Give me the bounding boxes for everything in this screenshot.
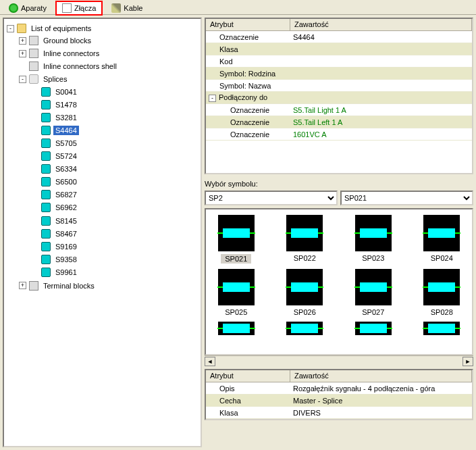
property-row[interactable]: KlasaDIVERS bbox=[206, 407, 472, 419]
tree-item-label[interactable]: Splices bbox=[41, 74, 69, 84]
tree-item-label[interactable]: List of equipments bbox=[29, 24, 93, 33]
tree-toggle[interactable]: + bbox=[19, 37, 26, 45]
thumb-caption: SP024 bbox=[431, 254, 453, 262]
symbol-family-select[interactable]: SP2 bbox=[205, 191, 338, 205]
symbol-thumbnail[interactable] bbox=[280, 322, 330, 335]
symbol-thumbnail[interactable] bbox=[348, 322, 398, 335]
prop-key: Kod bbox=[219, 57, 233, 66]
tree-item-label[interactable]: S3281 bbox=[53, 113, 79, 122]
tree-item-label[interactable]: S6500 bbox=[53, 177, 79, 186]
thumb-caption: SP023 bbox=[362, 254, 384, 262]
tree-toggle[interactable]: - bbox=[19, 76, 26, 83]
scroll-left-button[interactable]: ◄ bbox=[205, 357, 215, 366]
tree-item-label[interactable]: Terminal blocks bbox=[41, 281, 97, 291]
tab-label: Kable bbox=[124, 4, 142, 12]
tree-item-label[interactable]: Ground blocks bbox=[41, 36, 93, 45]
tree-item-label[interactable]: S5724 bbox=[53, 151, 79, 161]
prop-value: Rozgałęźnik sygnału - 4 podłączenia - gó… bbox=[290, 384, 472, 393]
equipment-tree[interactable]: -List of equipments+Ground blocks+Inline… bbox=[3, 18, 202, 447]
thumb-caption: SP026 bbox=[294, 308, 316, 316]
symbol-thumbnail[interactable]: SP025 bbox=[211, 269, 261, 316]
symbol-thumbnail[interactable] bbox=[417, 322, 467, 335]
symbol-thumbnail[interactable]: SP023 bbox=[348, 215, 398, 264]
property-row[interactable]: OznaczenieS4464 bbox=[206, 31, 472, 43]
property-row[interactable]: CechaMaster - Splice bbox=[206, 395, 472, 407]
symbol-thumbnail[interactable]: SP026 bbox=[280, 269, 330, 316]
prop-key: Opis bbox=[219, 384, 235, 393]
tree-item-label[interactable]: S6827 bbox=[53, 190, 79, 199]
property-row[interactable]: Symbol: Nazwa bbox=[206, 80, 472, 92]
icon-block-icon bbox=[29, 281, 38, 291]
scroll-track[interactable] bbox=[215, 357, 462, 366]
symbol-thumbnail[interactable]: SP022 bbox=[280, 215, 330, 264]
thumb-caption: SP022 bbox=[294, 254, 316, 262]
symbol-thumbnails[interactable]: SP021SP022SP023SP024SP025SP026SP027SP028 bbox=[205, 208, 473, 355]
symbol-thumbnail[interactable]: SP027 bbox=[348, 269, 398, 316]
tree-item-label[interactable]: S6962 bbox=[53, 203, 79, 212]
tab-zlacza[interactable]: Złącza bbox=[55, 1, 103, 16]
expand-toggle[interactable]: - bbox=[209, 95, 216, 102]
property-row[interactable]: OznaczenieS5.Tail Left 1 A bbox=[206, 116, 472, 128]
tree-toggle[interactable]: + bbox=[19, 282, 26, 289]
prop-value: DIVERS bbox=[290, 409, 472, 417]
icon-splice-icon bbox=[41, 100, 51, 109]
col-attribute: Atrybut bbox=[206, 370, 290, 382]
tree-item-label[interactable]: Inline connectors shell bbox=[41, 61, 119, 71]
tab-kable[interactable]: Kable bbox=[105, 1, 149, 15]
icon-splice-icon bbox=[41, 242, 51, 251]
prop-key: Symbol: Nazwa bbox=[219, 82, 271, 90]
prop-key: Podłączony do bbox=[219, 93, 267, 101]
tab-label: Złącza bbox=[74, 4, 96, 12]
property-row[interactable]: OpisRozgałęźnik sygnału - 4 podłączenia … bbox=[206, 382, 472, 395]
icon-splice-icon bbox=[41, 229, 51, 239]
icon-splice-icon bbox=[41, 190, 51, 199]
tree-item-label[interactable]: S4464 bbox=[53, 126, 79, 135]
icon-group-icon bbox=[29, 74, 38, 84]
col-content: Zawartość bbox=[290, 19, 472, 30]
prop-key: Oznaczenie bbox=[230, 118, 269, 126]
thumb-caption: SP025 bbox=[225, 308, 247, 316]
horizontal-scrollbar[interactable]: ◄ ► bbox=[205, 355, 473, 366]
property-row[interactable]: Kod bbox=[206, 55, 472, 68]
property-row[interactable]: -Podłączony do bbox=[206, 92, 472, 104]
tab-aparaty[interactable]: Aparaty bbox=[3, 1, 53, 15]
property-row[interactable]: Klasa bbox=[206, 43, 472, 55]
tree-item-label[interactable]: Inline connectors bbox=[41, 49, 101, 58]
tree-item-label[interactable]: S1478 bbox=[53, 100, 79, 109]
tree-item-label[interactable]: S8467 bbox=[53, 229, 79, 239]
symbol-chooser-label: Wybór symbolu: bbox=[205, 180, 473, 188]
icon-splice-icon bbox=[41, 255, 51, 264]
prop-value: S5.Tail Light 1 A bbox=[290, 106, 472, 114]
symbol-thumbnail[interactable]: SP021 bbox=[211, 215, 261, 264]
cable-icon bbox=[111, 3, 121, 13]
icon-splice-icon bbox=[41, 113, 51, 122]
tree-item-label[interactable]: S0041 bbox=[53, 87, 79, 97]
tree-item-label[interactable]: S9358 bbox=[53, 255, 79, 264]
symbol-name-select[interactable]: SP021 bbox=[340, 191, 473, 205]
property-row[interactable]: Oznaczenie1601VC A bbox=[206, 128, 472, 141]
icon-splice-icon bbox=[41, 216, 51, 226]
scroll-right-button[interactable]: ► bbox=[462, 357, 473, 366]
prop-key: Klasa bbox=[219, 45, 238, 53]
tree-item-label[interactable]: S9169 bbox=[53, 242, 79, 251]
icon-splice-icon bbox=[41, 126, 51, 135]
tree-item-label[interactable]: S8145 bbox=[53, 216, 79, 226]
tree-item-label[interactable]: S5705 bbox=[53, 139, 79, 148]
icon-splice-icon bbox=[41, 151, 51, 161]
symbol-thumbnail[interactable] bbox=[211, 322, 261, 335]
icon-block-icon bbox=[29, 49, 38, 58]
tree-item-label[interactable]: S9961 bbox=[53, 268, 79, 277]
thumb-caption: SP021 bbox=[221, 254, 251, 264]
property-row[interactable]: OznaczenieS5.Tail Light 1 A bbox=[206, 104, 472, 116]
icon-splice-icon bbox=[41, 164, 51, 174]
tree-toggle[interactable]: - bbox=[7, 25, 14, 32]
tree-toggle[interactable]: + bbox=[19, 50, 26, 57]
symbol-thumbnail[interactable]: SP024 bbox=[417, 215, 467, 264]
symbol-thumbnail[interactable]: SP028 bbox=[417, 269, 467, 316]
tree-item-label[interactable]: S6334 bbox=[53, 164, 79, 174]
property-row[interactable]: Symbol: Rodzina bbox=[206, 68, 472, 80]
icon-block-icon bbox=[29, 61, 38, 71]
connector-icon bbox=[62, 3, 72, 13]
prop-value: S5.Tail Left 1 A bbox=[290, 118, 472, 126]
properties-bottom: Atrybut Zawartość OpisRozgałęźnik sygnał… bbox=[205, 369, 473, 420]
